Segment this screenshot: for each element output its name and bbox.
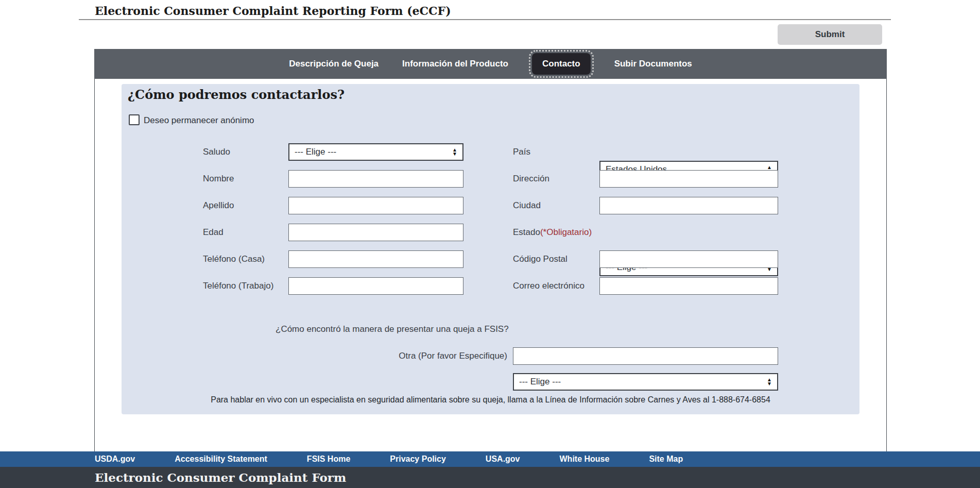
- footer-link-accessibility-statement[interactable]: Accessibility Statement: [175, 455, 267, 464]
- footer-link-bar: USDA.gov Accessibility Statement FSIS Ho…: [0, 451, 980, 467]
- como-encontro-select[interactable]: --- Elige --- ▲▼: [513, 373, 778, 391]
- pais-label: País: [513, 147, 530, 157]
- ciudad-label: Ciudad: [513, 200, 541, 211]
- direccion-input[interactable]: [599, 170, 778, 188]
- submit-button[interactable]: Submit: [778, 24, 882, 45]
- como-encontro-label: ¿Cómo encontró la manera de presentar un…: [276, 324, 507, 334]
- apellido-input[interactable]: [288, 197, 463, 214]
- hotline-help-text: Para hablar en vivo con un especialista …: [122, 395, 859, 405]
- correo-electronico-label: Correo electrónico: [513, 281, 584, 291]
- contact-form-panel: ¿Cómo podremos contactarlos? Deseo perma…: [122, 84, 859, 414]
- footer-link-usda-gov[interactable]: USDA.gov: [95, 455, 135, 464]
- apellido-label: Apellido: [203, 200, 234, 211]
- footer-link-usa-gov[interactable]: USA.gov: [486, 455, 520, 464]
- codigo-postal-label: Código Postal: [513, 254, 568, 264]
- anonymous-checkbox[interactable]: [129, 114, 140, 125]
- saludo-label: Saludo: [203, 147, 230, 157]
- updown-arrows-icon: ▲▼: [767, 378, 772, 386]
- footer-link-fsis-home[interactable]: FSIS Home: [307, 455, 350, 464]
- otra-especifique-input[interactable]: [513, 347, 778, 365]
- ciudad-input[interactable]: [599, 197, 778, 214]
- footer-link-site-map[interactable]: Site Map: [649, 455, 683, 464]
- footer-brand-title: Electronic Consumer Complaint Form: [95, 470, 346, 484]
- codigo-postal-input[interactable]: [599, 250, 778, 268]
- title-divider: [79, 19, 891, 20]
- estado-label: Estado(*Obligatario): [513, 227, 592, 238]
- edad-label: Edad: [203, 227, 223, 238]
- direccion-label: Dirección: [513, 174, 549, 184]
- telefono-trabajo-label: Teléfono (Trabajo): [203, 281, 273, 291]
- anonymous-checkbox-label: Deseo permanecer anónimo: [144, 115, 254, 126]
- nombre-input[interactable]: [288, 170, 463, 188]
- tab-informacion-del-producto[interactable]: Información del Producto: [402, 59, 508, 69]
- otra-especifique-label: Otra (Por favor Especifique): [276, 351, 507, 361]
- tab-descripcion-de-queja[interactable]: Descripción de Queja: [289, 59, 379, 69]
- correo-electronico-input[interactable]: [599, 277, 778, 295]
- nombre-label: Nombre: [203, 174, 234, 184]
- saludo-select-value: --- Elige ---: [295, 147, 336, 157]
- como-encontro-select-value: --- Elige ---: [519, 377, 561, 387]
- tab-subir-documentos[interactable]: Subir Documentos: [614, 59, 692, 69]
- tab-contacto-active[interactable]: Contacto: [532, 53, 591, 75]
- form-heading: ¿Cómo podremos contactarlos?: [128, 87, 345, 102]
- form-step-navbar: Descripción de Queja Información del Pro…: [94, 49, 887, 79]
- footer-link-privacy-policy[interactable]: Privacy Policy: [390, 455, 446, 464]
- telefono-casa-input[interactable]: [288, 250, 463, 268]
- updown-arrows-icon: ▲▼: [452, 148, 457, 156]
- estado-required-note: (*Obligatario): [540, 227, 592, 237]
- page-title: Electronic Consumer Complaint Reporting …: [95, 4, 451, 18]
- footer-brand-bar: Electronic Consumer Complaint Form: [0, 467, 980, 488]
- telefono-trabajo-input[interactable]: [288, 277, 463, 295]
- saludo-select[interactable]: --- Elige --- ▲▼: [288, 143, 463, 161]
- footer-link-white-house[interactable]: White House: [560, 455, 610, 464]
- edad-input[interactable]: [288, 224, 463, 241]
- telefono-casa-label: Teléfono (Casa): [203, 254, 265, 264]
